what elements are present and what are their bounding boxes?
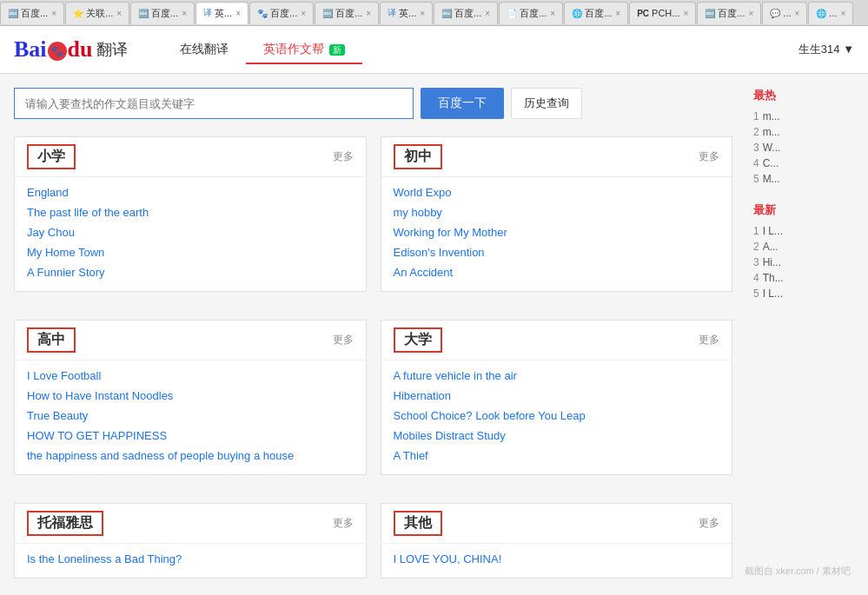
link-jay-chou[interactable]: Jay Chou (27, 226, 354, 239)
middle-more[interactable]: 更多 (699, 149, 719, 164)
middle-section: 初中 更多 World Expo my hobby Working for My… (381, 136, 733, 292)
toefl-more[interactable]: 更多 (333, 516, 354, 531)
link-england[interactable]: England (27, 186, 354, 199)
tab-8[interactable]: 🔤百度...× (434, 2, 498, 24)
sidebar-hot-item-4: 4 C... (753, 157, 861, 169)
elementary-links: England The past life of the earth Jay C… (15, 177, 366, 291)
link-hibernation[interactable]: Hibernation (394, 389, 720, 402)
high-links: I Love Football How to Have Instant Nood… (15, 360, 366, 474)
tab-11[interactable]: PCPCH...× (629, 2, 696, 24)
other-links: I LOVE YOU, CHINA! (381, 544, 732, 578)
high-title: 高中 (27, 327, 76, 353)
university-more[interactable]: 更多 (699, 333, 719, 347)
sidebar-new-title: 最新 (753, 202, 861, 218)
tab-6[interactable]: 🔤百度...× (315, 2, 379, 24)
other-title: 其他 (394, 511, 442, 536)
link-true-beauty[interactable]: True Beauty (27, 409, 354, 422)
tab-7[interactable]: 译英...× (380, 2, 433, 24)
elementary-section: 小学 更多 England The past life of the earth… (14, 136, 367, 292)
toefl-title: 托福雅思 (27, 511, 103, 536)
tab-4-active[interactable]: 译英...× (195, 2, 248, 24)
link-love-football[interactable]: I Love Football (27, 369, 354, 382)
tab-2[interactable]: ⭐关联...× (65, 2, 129, 24)
tab-5[interactable]: 🐾百度...× (249, 2, 314, 24)
logo-baidu: Bai🐾du (14, 36, 93, 63)
link-an-accident[interactable]: An Accident (394, 266, 720, 279)
tab-13[interactable]: 💬...× (762, 2, 807, 24)
sidebar-hot-item-3: 3 W... (753, 142, 861, 154)
high-more[interactable]: 更多 (333, 333, 354, 347)
logo: Bai🐾du 翻译 (14, 36, 128, 63)
sidebar-hot-item-1: 1 m... (753, 110, 861, 122)
university-section: 大学 更多 A future vehicle in the air Hibern… (381, 320, 733, 475)
link-edisons-invention[interactable]: Edison's Invention (394, 246, 720, 259)
nav-online-translation[interactable]: 在线翻译 (162, 35, 246, 64)
top-sections-row: 小学 更多 England The past life of the earth… (14, 136, 732, 306)
search-bar: 百度一下 历史查询 (14, 88, 732, 119)
link-working-for-mother[interactable]: Working for My Mother (394, 226, 720, 239)
elementary-more[interactable]: 更多 (333, 149, 354, 164)
tab-1[interactable]: 🔤百度...× (0, 2, 64, 24)
nav-writing-help[interactable]: 英语作文帮 新 (246, 35, 363, 64)
page-wrapper: 百度一下 历史查询 小学 更多 England The past life of… (0, 74, 868, 595)
link-world-expo[interactable]: World Expo (394, 186, 720, 199)
user-info[interactable]: 生生314 ▼ (798, 42, 854, 57)
toefl-links: Is the Loneliness a Bad Thing? (15, 544, 366, 578)
link-school-choice[interactable]: School Choice? Look before You Leap (394, 409, 720, 422)
middle-title: 初中 (394, 144, 442, 169)
link-thief[interactable]: A Thief (394, 449, 720, 462)
tab-14[interactable]: 🌐...× (808, 2, 853, 24)
link-mobiles-distract[interactable]: Mobiles Distract Study (394, 429, 720, 442)
logo-fanyi-text: 翻译 (96, 39, 128, 60)
university-header: 大学 更多 (381, 321, 732, 360)
link-loneliness[interactable]: Is the Loneliness a Bad Thing? (27, 552, 354, 565)
high-header: 高中 更多 (15, 321, 366, 360)
sidebar-hot-section: 最热 1 m... 2 m... 3 W... 4 C... 5 M... (753, 88, 861, 185)
sidebar-new-item-2: 2 A... (753, 241, 861, 253)
tab-9[interactable]: 📄百度...× (499, 2, 563, 24)
middle-links: World Expo my hobby Working for My Mothe… (381, 177, 732, 291)
browser-tabs[interactable]: 🔤百度...× ⭐关联...× 🔤百度...× 译英...× 🐾百度...× 🔤… (0, 0, 868, 26)
sidebar-new-item-1: 1 I L... (753, 225, 861, 237)
new-badge: 新 (329, 44, 345, 56)
toefl-section: 托福雅思 更多 Is the Loneliness a Bad Thing? (14, 503, 367, 578)
middle-header: 初中 更多 (381, 137, 732, 177)
university-title: 大学 (394, 327, 442, 353)
other-header: 其他 更多 (381, 504, 732, 544)
bottom-sections-row: 托福雅思 更多 Is the Loneliness a Bad Thing? 其… (14, 503, 732, 592)
sidebar-new-item-4: 4 Th... (753, 272, 861, 284)
sidebar-new-item-3: 3 Hi... (753, 256, 861, 268)
tab-3[interactable]: 🔤百度...× (130, 2, 195, 24)
other-section: 其他 更多 I LOVE YOU, CHINA! (381, 503, 733, 578)
middle-sections-row: 高中 更多 I Love Football How to Have Instan… (14, 320, 732, 489)
tab-12[interactable]: 🔤百度...× (697, 2, 761, 24)
sidebar-hot-item-5: 5 M... (753, 173, 861, 185)
link-past-life[interactable]: The past life of the earth (27, 206, 354, 219)
elementary-header: 小学 更多 (15, 137, 366, 177)
other-more[interactable]: 更多 (699, 516, 719, 531)
header: Bai🐾du 翻译 在线翻译 英语作文帮 新 生生314 ▼ (0, 26, 868, 74)
link-my-home-town[interactable]: My Home Town (27, 246, 354, 259)
main-nav: 在线翻译 英语作文帮 新 (162, 35, 363, 64)
page-main: 百度一下 历史查询 小学 更多 England The past life of… (0, 74, 746, 595)
link-love-china[interactable]: I LOVE YOU, CHINA! (394, 552, 720, 565)
sidebar-new-item-5: 5 I L... (753, 288, 861, 300)
tab-10[interactable]: 🌐百度...× (564, 2, 628, 24)
link-get-happiness[interactable]: HOW TO GET HAPPINESS (27, 429, 354, 442)
link-funnier-story[interactable]: A Funnier Story (27, 266, 354, 279)
toefl-header: 托福雅思 更多 (15, 504, 366, 544)
search-input[interactable] (14, 88, 414, 119)
link-instant-noodles[interactable]: How to Have Instant Noodles (27, 389, 354, 402)
high-section: 高中 更多 I Love Football How to Have Instan… (14, 320, 367, 475)
link-my-hobby[interactable]: my hobby (394, 206, 720, 219)
sidebar-hot-title: 最热 (753, 88, 861, 103)
link-buying-house[interactable]: the happiness and sadness of people buyi… (27, 449, 354, 462)
history-button[interactable]: 历史查询 (511, 88, 582, 119)
watermark: 截图自 xker.com / 素材吧 (745, 565, 851, 578)
logo-paw-icon: 🐾 (48, 42, 67, 61)
elementary-title: 小学 (27, 144, 76, 169)
sidebar-hot-item-2: 2 m... (753, 126, 861, 138)
search-button[interactable]: 百度一下 (421, 88, 504, 119)
sidebar-new-section: 最新 1 I L... 2 A... 3 Hi... 4 Th... 5 I L… (753, 202, 861, 300)
link-future-vehicle[interactable]: A future vehicle in the air (394, 369, 720, 382)
